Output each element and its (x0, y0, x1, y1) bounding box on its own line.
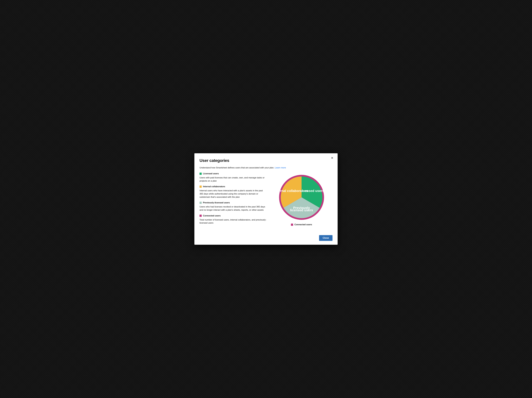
categories-list: Licensed users Users with paid licenses … (200, 172, 267, 228)
category-title: Previously-licensed users (203, 202, 230, 204)
category-desc: Users who had licenses revoked or deacti… (200, 205, 267, 212)
modal-intro: Understand how Smartsheet defines users … (200, 166, 332, 169)
category-previously: Previously-licensed users Users who had … (200, 202, 267, 212)
category-title: Connected users (203, 215, 221, 217)
pie-legend-label: Connected users (294, 223, 312, 226)
category-desc: Internal users who have interacted with … (200, 189, 267, 199)
learn-more-link[interactable]: Learn more (275, 166, 286, 169)
modal-title: User categories (200, 158, 229, 163)
swatch-internal (200, 186, 202, 188)
swatch-legend-connected (291, 224, 293, 226)
close-button[interactable]: Close (319, 235, 332, 241)
pie-legend-connected: Connected users (291, 223, 312, 226)
pie-svg: Licensed usersPreviouslylicensed usersIn… (278, 174, 325, 221)
swatch-connected (200, 215, 202, 217)
category-internal: Internal collaborators Internal users wh… (200, 185, 267, 199)
category-licensed: Licensed users Users with paid licenses … (200, 172, 267, 183)
category-desc: Users with paid licenses that can create… (200, 176, 267, 183)
category-header: Previously-licensed users (200, 202, 267, 204)
pie-slice-label: Previouslylicensed users (290, 206, 313, 212)
modal-header: User categories ✕ (200, 158, 332, 163)
close-icon[interactable]: ✕ (330, 156, 334, 160)
pie-slice-label: Internal collaborators (278, 189, 308, 193)
pie-chart: Licensed usersPreviouslylicensed usersIn… (278, 174, 325, 221)
intro-text: Understand how Smartsheet defines users … (200, 166, 275, 169)
category-title: Licensed users (203, 172, 219, 175)
swatch-licensed (200, 173, 202, 175)
category-connected: Connected users Total number of licensed… (200, 215, 267, 225)
chart-panel: Licensed usersPreviouslylicensed usersIn… (271, 172, 332, 228)
modal-content: Licensed users Users with paid licenses … (200, 172, 332, 228)
category-title: Internal collaborators (203, 185, 225, 188)
category-desc: Total number of licensed users, internal… (200, 218, 267, 225)
category-header: Licensed users (200, 172, 267, 175)
category-header: Internal collaborators (200, 185, 267, 188)
user-categories-modal: User categories ✕ Understand how Smartsh… (194, 153, 338, 245)
swatch-previously (200, 202, 202, 204)
category-header: Connected users (200, 215, 267, 217)
modal-footer: Close (200, 235, 332, 241)
